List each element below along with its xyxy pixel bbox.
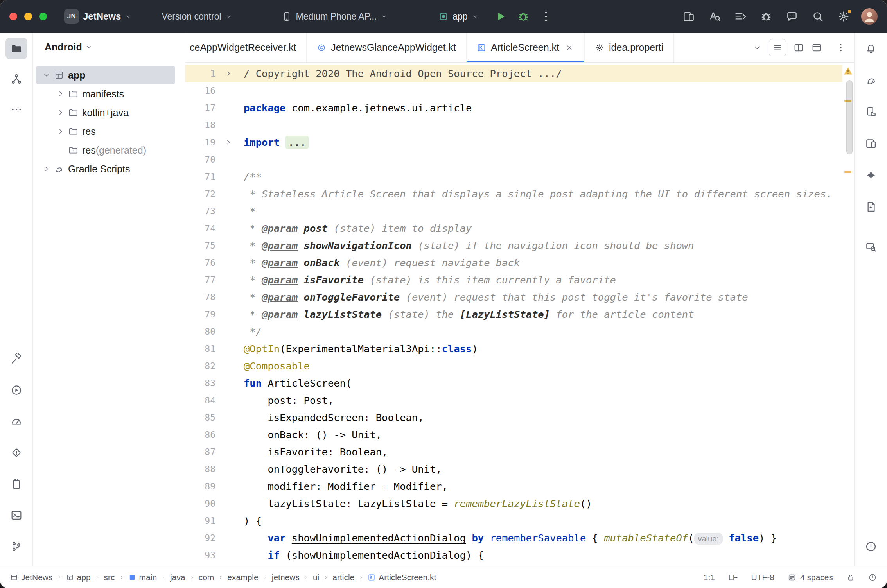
logcat-icon[interactable] bbox=[5, 473, 27, 495]
minimize-window-button[interactable] bbox=[24, 13, 32, 20]
device-selector[interactable]: Medium Phone AP... bbox=[277, 8, 392, 25]
warning-stripe-mark[interactable] bbox=[844, 171, 851, 173]
code-line[interactable]: 73 * bbox=[185, 203, 842, 220]
code-line[interactable]: 79 * @param lazyListState (state) the [L… bbox=[185, 306, 842, 323]
vcs-widget[interactable]: Version control bbox=[158, 8, 236, 25]
code-line[interactable]: 19import ... bbox=[185, 134, 842, 151]
code-line[interactable]: 18 bbox=[185, 117, 842, 134]
run-button[interactable] bbox=[494, 9, 508, 23]
breadcrumb-com[interactable]: com bbox=[199, 573, 214, 582]
settings-icon[interactable] bbox=[837, 10, 850, 23]
chevron-right-icon[interactable] bbox=[56, 90, 65, 98]
code-line[interactable]: 16 bbox=[185, 82, 842, 99]
caret-position[interactable]: 1:1 bbox=[704, 573, 715, 582]
search-code-icon[interactable] bbox=[708, 10, 721, 23]
tree-item-res[interactable]: res bbox=[36, 122, 175, 141]
version-control-icon[interactable] bbox=[5, 536, 27, 558]
breadcrumb-example[interactable]: example bbox=[227, 573, 258, 582]
unlock-icon[interactable] bbox=[846, 573, 855, 582]
breadcrumb-main[interactable]: main bbox=[128, 573, 157, 582]
code-line[interactable]: 92 var showUnimplementedActionDialog by … bbox=[185, 529, 842, 547]
search-icon[interactable] bbox=[811, 10, 824, 23]
code-line[interactable]: 93 if (showUnimplementedActionDialog) { bbox=[185, 547, 842, 564]
tab-ceappwidgetreceiver-kt[interactable]: ceAppWidgetReceiver.kt bbox=[185, 33, 307, 62]
ai-chat-icon[interactable] bbox=[785, 10, 799, 23]
gemini-icon[interactable] bbox=[860, 164, 882, 186]
build-tools-icon[interactable] bbox=[760, 10, 773, 23]
chevron-down-icon[interactable] bbox=[42, 71, 51, 79]
more-run-actions-icon[interactable] bbox=[539, 9, 553, 23]
breadcrumb-article[interactable]: article bbox=[332, 573, 354, 582]
breadcrumb-java[interactable]: java bbox=[170, 573, 185, 582]
profiler-icon[interactable] bbox=[5, 411, 27, 432]
breadcrumb-jetnews[interactable]: jetnews bbox=[272, 573, 300, 582]
project-widget[interactable]: JN JetNews bbox=[60, 6, 136, 27]
chevron-right-icon[interactable] bbox=[56, 127, 65, 136]
run-icon[interactable] bbox=[5, 379, 27, 401]
device-explorer-icon[interactable] bbox=[860, 101, 882, 123]
code-line[interactable]: 84 post: Post, bbox=[185, 392, 842, 409]
editor-scrollbar[interactable] bbox=[846, 80, 853, 154]
more-tools-icon[interactable] bbox=[5, 99, 27, 120]
code-line[interactable]: 91) { bbox=[185, 512, 842, 529]
close-icon[interactable] bbox=[565, 43, 574, 52]
fold-marker-icon[interactable] bbox=[215, 134, 241, 151]
chevron-right-icon[interactable] bbox=[56, 108, 65, 117]
app-inspection-icon[interactable] bbox=[860, 236, 882, 258]
split-editor-icon[interactable] bbox=[793, 42, 804, 53]
breadcrumb-app[interactable]: app bbox=[66, 573, 91, 582]
code-line[interactable]: 78 * @param onToggleFavorite (event) req… bbox=[185, 289, 842, 306]
code-line[interactable]: 82@Composable bbox=[185, 357, 842, 375]
code-line[interactable]: 86 onBack: () -> Unit, bbox=[185, 426, 842, 443]
code-line[interactable]: 17package com.example.jetnews.ui.article bbox=[185, 99, 842, 117]
tab-articlescreen-kt[interactable]: ArticleScreen.kt bbox=[467, 33, 585, 62]
breadcrumb-ui[interactable]: ui bbox=[313, 573, 319, 582]
chevron-right-icon[interactable] bbox=[42, 165, 51, 173]
terminal-icon[interactable] bbox=[5, 504, 27, 526]
code-line[interactable]: 80 */ bbox=[185, 323, 842, 340]
code-line[interactable]: 1/ Copyright 2020 The Android Open Sourc… bbox=[185, 65, 842, 82]
tab-idea-properti[interactable]: idea.properti bbox=[585, 33, 674, 62]
code-line[interactable]: 74 * @param post (state) item to display bbox=[185, 220, 842, 237]
gradle-icon[interactable] bbox=[860, 69, 882, 91]
code-line[interactable]: 70 bbox=[185, 151, 842, 168]
build-icon[interactable] bbox=[5, 348, 27, 370]
close-window-button[interactable] bbox=[9, 13, 17, 20]
tree-item-app[interactable]: app bbox=[36, 66, 175, 84]
tab-jetnewsglanceappwidget-kt[interactable]: JetnewsGlanceAppWidget.kt bbox=[307, 33, 467, 62]
running-devices-icon[interactable] bbox=[860, 133, 882, 154]
editor-surface[interactable]: 1/ Copyright 2020 The Android Open Sourc… bbox=[185, 63, 854, 566]
detach-editor-icon[interactable] bbox=[811, 42, 822, 53]
code-line[interactable]: 87 isFavorite: Boolean, bbox=[185, 443, 842, 461]
tree-item-manifests[interactable]: manifests bbox=[36, 84, 175, 103]
code-line[interactable]: 71/** bbox=[185, 168, 842, 185]
zoom-window-button[interactable] bbox=[39, 13, 47, 20]
code-line[interactable]: 75 * @param showNavigationIcon (state) i… bbox=[185, 237, 842, 254]
app-insights-icon[interactable] bbox=[5, 442, 27, 464]
tree-item-res-generated[interactable]: res (generated) bbox=[36, 141, 175, 160]
code-line[interactable]: 90 lazyListState: LazyListState = rememb… bbox=[185, 495, 842, 512]
breadcrumb-jetnews[interactable]: JetNews bbox=[10, 573, 53, 582]
code-line[interactable]: 72 * Stateless Article Screen that displ… bbox=[185, 185, 842, 203]
code-line[interactable]: 85 isExpandedScreen: Boolean, bbox=[185, 409, 842, 426]
notifications-icon[interactable] bbox=[860, 38, 882, 59]
project-icon[interactable] bbox=[5, 38, 27, 59]
task-list-icon[interactable] bbox=[734, 10, 747, 23]
fold-marker-icon[interactable] bbox=[215, 65, 241, 82]
breadcrumb-src[interactable]: src bbox=[104, 573, 115, 582]
more-actions-icon[interactable] bbox=[835, 42, 846, 53]
alert-icon[interactable] bbox=[868, 573, 877, 582]
line-ending[interactable]: LF bbox=[728, 573, 738, 582]
tab-options-icon[interactable] bbox=[769, 39, 786, 56]
ai-edit-icon[interactable] bbox=[860, 196, 882, 218]
inspections-warning-icon[interactable] bbox=[843, 66, 853, 76]
code-line[interactable]: 81@OptIn(ExperimentalMaterial3Api::class… bbox=[185, 340, 842, 357]
code-line[interactable]: 83fun ArticleScreen( bbox=[185, 375, 842, 392]
indent-setting[interactable]: 4 spaces bbox=[788, 573, 833, 582]
code-line[interactable]: 89 modifier: Modifier = Modifier, bbox=[185, 478, 842, 495]
breadcrumb-articlescreen-kt[interactable]: ArticleScreen.kt bbox=[368, 573, 436, 582]
run-configuration[interactable]: app bbox=[435, 8, 482, 25]
tab-list-chevron-icon[interactable] bbox=[752, 43, 762, 52]
problems-icon[interactable] bbox=[860, 536, 882, 558]
tree-item-gradle-scripts[interactable]: Gradle Scripts bbox=[36, 160, 175, 178]
